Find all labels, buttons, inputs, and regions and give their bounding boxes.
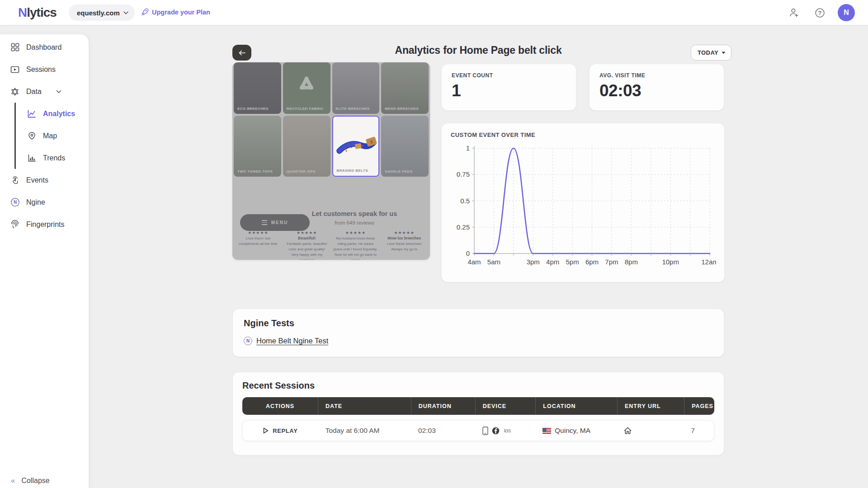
column-header-pages: PAGES bbox=[684, 397, 714, 415]
user-add-icon bbox=[789, 8, 799, 18]
preview-tile-highlighted-belt: Ξ BRAIDED BELTS bbox=[332, 116, 380, 177]
trends-icon bbox=[27, 153, 37, 163]
sidebar-item-events[interactable]: Events bbox=[0, 169, 89, 191]
sidebar-item-label: Events bbox=[26, 176, 48, 184]
avg-visit-time-card: AVG. VISIT TIME 02:03 bbox=[589, 64, 724, 111]
sidebar-item-label: Ngine bbox=[26, 198, 45, 206]
belt-image: Ξ bbox=[333, 117, 379, 176]
custom-event-chart-card: CUSTOM EVENT OVER TIME 00.250.50.7514am5… bbox=[441, 123, 725, 282]
svg-text:0.25: 0.25 bbox=[457, 223, 470, 231]
sidebar-item-sessions[interactable]: Sessions bbox=[0, 58, 89, 80]
svg-text:8pm: 8pm bbox=[625, 258, 638, 266]
help-button[interactable]: ? bbox=[813, 6, 826, 19]
session-pages: 7 bbox=[684, 427, 714, 435]
session-device: ios bbox=[475, 427, 535, 435]
column-header-actions: ACTIONS bbox=[242, 397, 318, 415]
preview-dim-overlay bbox=[232, 62, 430, 260]
svg-text:10pm: 10pm bbox=[662, 258, 679, 266]
sidebar-item-dashboard[interactable]: Dashboard bbox=[0, 36, 89, 58]
recent-sessions-title: Recent Sessions bbox=[242, 380, 714, 391]
ngine-test-link-row[interactable]: N Home Belt Ngine Test bbox=[244, 337, 713, 345]
sidebar-item-map[interactable]: Map bbox=[16, 125, 89, 147]
column-header-location: LOCATION bbox=[535, 397, 617, 415]
date-range-label: TODAY bbox=[698, 49, 718, 56]
caret-down-icon bbox=[722, 52, 726, 54]
app-logo[interactable]: Nlytics bbox=[18, 5, 57, 20]
home-icon bbox=[624, 427, 632, 434]
collapse-label: Collapse bbox=[21, 477, 49, 485]
avg-visit-time-value: 02:03 bbox=[599, 81, 714, 100]
sidebar-nav: Dashboard Sessions Data bbox=[0, 34, 89, 235]
session-location: Quincy, MA bbox=[535, 427, 617, 435]
avg-visit-time-label: AVG. VISIT TIME bbox=[599, 72, 714, 79]
ngine-tests-title: Ngine Tests bbox=[244, 318, 713, 328]
tap-gesture-icon bbox=[10, 175, 20, 185]
sidebar-item-label: Fingerprints bbox=[26, 221, 64, 229]
chevron-down-icon bbox=[56, 90, 61, 94]
map-pin-icon bbox=[27, 131, 37, 141]
svg-text:1: 1 bbox=[466, 144, 470, 152]
data-icon bbox=[10, 87, 20, 97]
replay-button[interactable]: REPLAY bbox=[263, 427, 297, 434]
analytics-icon bbox=[27, 109, 37, 119]
device-os-label: ios bbox=[504, 427, 511, 434]
invite-user-button[interactable] bbox=[787, 6, 801, 19]
svg-text:0.75: 0.75 bbox=[457, 170, 470, 178]
date-range-button[interactable]: TODAY bbox=[691, 45, 731, 61]
session-date: Today at 6:00 AM bbox=[318, 427, 411, 435]
svg-text:?: ? bbox=[818, 10, 821, 16]
svg-text:0.5: 0.5 bbox=[460, 197, 470, 205]
sidebar-item-fingerprints[interactable]: Fingerprints bbox=[0, 213, 89, 235]
column-header-entry-url: ENTRY URL bbox=[617, 397, 684, 415]
sidebar-item-label: Sessions bbox=[26, 66, 56, 74]
sessions-icon bbox=[10, 65, 20, 75]
domain-selector[interactable]: equestly.com bbox=[69, 5, 135, 21]
column-header-device: DEVICE bbox=[475, 397, 536, 415]
recent-sessions-card: Recent Sessions ACTIONS DATE DURATION DE… bbox=[232, 372, 724, 455]
ngine-icon: N bbox=[244, 337, 252, 345]
replay-label: REPLAY bbox=[273, 427, 297, 434]
sidebar-item-label: Data bbox=[26, 88, 42, 96]
page-title: Analytics for Home Page belt click bbox=[232, 44, 724, 56]
upgrade-plan-link[interactable]: Upgrade your Plan bbox=[141, 8, 210, 16]
sidebar-item-data[interactable]: Data bbox=[0, 80, 89, 103]
session-duration: 02:03 bbox=[411, 427, 475, 435]
column-header-date: DATE bbox=[318, 397, 411, 415]
facebook-icon bbox=[492, 427, 500, 435]
avatar-initial: N bbox=[844, 9, 849, 17]
event-count-label: EVENT COUNT bbox=[452, 72, 566, 79]
dashboard-icon bbox=[10, 42, 20, 52]
back-button[interactable] bbox=[232, 45, 251, 61]
column-header-duration: DURATION bbox=[411, 397, 475, 415]
svg-text:12am: 12am bbox=[701, 258, 716, 266]
app-canvas: Nlytics equestly.com Upgrade your Plan bbox=[0, 0, 868, 488]
svg-text:4am: 4am bbox=[467, 258, 481, 266]
sidebar-item-label: Dashboard bbox=[26, 43, 61, 52]
sidebar-item-analytics[interactable]: Analytics bbox=[16, 103, 89, 125]
logo-accent-letter: N bbox=[18, 5, 27, 19]
user-avatar[interactable]: N bbox=[838, 4, 855, 21]
ngine-tests-card: Ngine Tests N Home Belt Ngine Test bbox=[232, 309, 724, 357]
session-entry-url bbox=[617, 427, 684, 434]
line-chart: 00.250.50.7514am5am3pm4pm5pm6pm7pm8pm10p… bbox=[451, 143, 715, 272]
sidebar-item-trends[interactable]: Trends bbox=[16, 147, 89, 169]
logo-rest: lytics bbox=[27, 5, 57, 19]
location-label: Quincy, MA bbox=[555, 427, 590, 435]
svg-text:6pm: 6pm bbox=[585, 258, 599, 266]
sidebar-item-ngine[interactable]: N Ngine bbox=[0, 191, 89, 213]
arrow-left-icon bbox=[239, 50, 245, 56]
sidebar-item-label: Trends bbox=[43, 154, 65, 162]
topbar: Nlytics equestly.com Upgrade your Plan bbox=[0, 0, 868, 25]
rocket-icon bbox=[141, 8, 149, 16]
page-screenshot-preview[interactable]: ECO BREECHES RECYCLED FABRIC ELITE BREEC… bbox=[232, 62, 430, 260]
upgrade-label: Upgrade your Plan bbox=[152, 9, 210, 16]
domain-label: equestly.com bbox=[77, 9, 120, 17]
chart-title: CUSTOM EVENT OVER TIME bbox=[451, 131, 715, 138]
help-icon: ? bbox=[815, 8, 825, 18]
sidebar-collapse-button[interactable]: « Collapse bbox=[0, 470, 89, 488]
event-count-card: EVENT COUNT 1 bbox=[441, 64, 576, 111]
session-table-row: REPLAY Today at 6:00 AM 02:03 ios Quincy… bbox=[242, 420, 714, 441]
ngine-test-link[interactable]: Home Belt Ngine Test bbox=[256, 337, 328, 345]
phone-icon bbox=[482, 427, 488, 435]
svg-text:N: N bbox=[13, 200, 16, 205]
